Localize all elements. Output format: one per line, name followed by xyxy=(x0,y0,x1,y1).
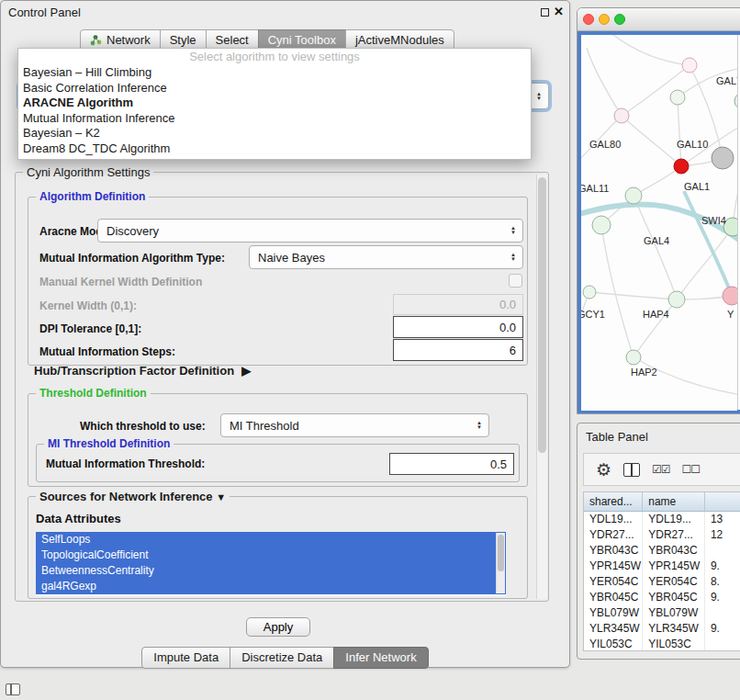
algorithm-option[interactable]: Mutual Information Inference xyxy=(18,111,531,127)
tab-label: Style xyxy=(170,33,196,47)
settings-scrollbar[interactable] xyxy=(536,175,547,599)
field-value: 0.0 xyxy=(499,321,516,334)
panel-title: Control Panel xyxy=(8,6,81,19)
mi-threshold-field[interactable]: 0.5 xyxy=(389,453,514,475)
algorithm-option[interactable]: Bayesian – Hill Climbing xyxy=(18,65,531,81)
tab-label: Discretize Data xyxy=(241,650,322,664)
column-header[interactable]: shared... xyxy=(584,492,643,511)
algorithm-option[interactable]: Basic Correlation Inference xyxy=(18,81,531,96)
panel-toggle-icon[interactable] xyxy=(6,683,20,695)
table-cell: YBR043C xyxy=(584,543,643,559)
table-cell: YBR043C xyxy=(643,543,705,559)
table-cell: 8. xyxy=(705,574,740,590)
data-attributes-list[interactable]: SelfLoopsTopologicalCoefficientBetweenne… xyxy=(36,532,506,596)
gear-icon[interactable]: ⚙ xyxy=(596,461,611,479)
mi-steps-field[interactable]: 6 xyxy=(393,339,523,361)
network-node[interactable] xyxy=(723,287,737,305)
data-attribute-item[interactable]: gal4RGexp xyxy=(36,579,506,594)
which-threshold-label: Which threshold to use: xyxy=(80,420,206,433)
algorithm-option[interactable]: Bayesian – K2 xyxy=(18,126,531,141)
network-edge xyxy=(589,292,677,299)
data-attribute-item[interactable]: BetweennessCentrality xyxy=(36,563,506,579)
table-cell: 12 xyxy=(705,527,740,543)
aracne-mode-select[interactable]: Discovery ▲▼ xyxy=(97,219,523,243)
table-row[interactable]: YDL19...YDL19...13 xyxy=(584,512,740,527)
bottom-tabbar: Impute Data Discretize Data Infer Networ… xyxy=(1,647,569,669)
network-node[interactable] xyxy=(674,159,689,174)
network-edge xyxy=(587,48,622,116)
attribute-table: shared...name YDL19...YDL19...13YDR27...… xyxy=(583,491,740,651)
network-node[interactable] xyxy=(668,291,685,308)
combo-value: Naive Bayes xyxy=(258,251,325,265)
network-edge xyxy=(633,196,677,299)
table-row[interactable]: YER054CYER054C8. xyxy=(584,574,740,590)
hub-definition-toggle[interactable]: Hub/Transcription Factor Definition ▶ xyxy=(34,364,251,378)
which-threshold-select[interactable]: MI Threshold ▲▼ xyxy=(220,413,489,437)
mi-type-select[interactable]: Naive Bayes ▲▼ xyxy=(249,245,523,269)
tab-discretize-data[interactable]: Discretize Data xyxy=(230,647,334,669)
network-node[interactable] xyxy=(670,90,685,105)
zoom-traffic-light[interactable] xyxy=(614,14,625,25)
algorithm-dropdown: Select algorithm to view settings Bayesi… xyxy=(17,48,532,160)
mi-type-label: Mutual Information Algorithm Type: xyxy=(39,252,225,265)
select-all-checkboxes-icon[interactable]: ☑☑ xyxy=(652,464,670,475)
data-attribute-item[interactable]: TopologicalCoefficient xyxy=(36,548,506,563)
kernel-width-field: 0.0 xyxy=(393,294,523,315)
table-cell: YBL079W xyxy=(584,605,643,621)
minimize-traffic-light[interactable] xyxy=(599,14,610,25)
control-panel-window: Control Panel ✕ Network Style Select Cyn… xyxy=(0,0,570,668)
table-row[interactable]: YPR145WYPR145W9. xyxy=(584,559,740,574)
apply-button[interactable]: Apply xyxy=(246,617,310,637)
node-label: GAL1 xyxy=(684,181,710,192)
table-row[interactable]: YBR043CYBR043C xyxy=(584,543,740,559)
algorithm-option[interactable]: Dream8 DC_TDC Algorithm xyxy=(18,141,531,157)
table-cell: 9. xyxy=(705,559,740,574)
float-window-icon[interactable] xyxy=(541,8,549,17)
table-toolbar: ⚙ ☑☑ ☐☐ xyxy=(583,453,740,486)
close-icon[interactable]: ✕ xyxy=(554,5,564,18)
network-view-window: GAL7GAL80GAL10GAL11GAL1SWI4GAL4GCY1HAP4Y… xyxy=(577,7,740,414)
network-node[interactable] xyxy=(614,108,629,123)
table-panel-title: Table Panel xyxy=(586,430,648,444)
node-label: HAP2 xyxy=(631,367,657,378)
sources-toggle[interactable]: Sources for Network Inference ▼ xyxy=(36,490,230,503)
table-row[interactable]: YIL053CYIL053C xyxy=(584,637,740,651)
column-header[interactable]: name xyxy=(643,492,705,511)
column-header[interactable] xyxy=(705,492,740,511)
table-row[interactable]: YDR27...YDR27...12 xyxy=(584,527,740,543)
algorithm-option[interactable]: ARACNE Algorithm xyxy=(18,96,531,111)
close-traffic-light[interactable] xyxy=(583,14,594,25)
table-row[interactable]: YBR045CYBR045C9. xyxy=(584,590,740,605)
tab-label: Select xyxy=(216,33,249,47)
tab-label: Network xyxy=(107,33,151,47)
algorithm-definition-group: Algorithm Definition Aracne Mode: Discov… xyxy=(28,197,528,366)
field-value: 0.0 xyxy=(499,298,516,311)
node-label: GAL10 xyxy=(677,139,708,150)
window-titlebar[interactable] xyxy=(577,8,740,31)
columns-icon[interactable] xyxy=(623,463,640,477)
dpi-tolerance-label: DPI Tolerance [0,1]: xyxy=(39,322,141,335)
network-node[interactable] xyxy=(682,58,697,73)
dropdown-prompt: Select algorithm to view settings xyxy=(18,49,531,65)
deselect-all-checkboxes-icon[interactable]: ☐☐ xyxy=(682,464,701,475)
network-node[interactable] xyxy=(583,286,596,299)
tab-impute-data[interactable]: Impute Data xyxy=(141,647,230,669)
table-cell: 13 xyxy=(705,512,740,527)
network-edge xyxy=(609,35,690,65)
tab-infer-network[interactable]: Infer Network xyxy=(333,647,428,669)
data-attribute-item[interactable]: SelfLoops xyxy=(36,532,506,548)
network-canvas[interactable]: GAL7GAL80GAL10GAL11GAL1SWI4GAL4GCY1HAP4Y… xyxy=(581,35,737,411)
kernel-width-label: Kernel Width (0,1): xyxy=(39,299,137,312)
table-row[interactable]: YLR345WYLR345W9. xyxy=(584,621,740,637)
network-canvas-svg: GAL7GAL80GAL10GAL11GAL1SWI4GAL4GCY1HAP4Y… xyxy=(581,35,737,411)
network-node[interactable] xyxy=(626,350,641,365)
scrollbar-thumb[interactable] xyxy=(538,177,546,453)
scrollbar-thumb[interactable] xyxy=(498,535,504,571)
network-node[interactable] xyxy=(625,187,642,204)
list-scrollbar[interactable] xyxy=(496,533,505,593)
node-label: GCY1 xyxy=(581,309,605,320)
dpi-tolerance-field[interactable]: 0.0 xyxy=(393,316,523,338)
network-node[interactable] xyxy=(592,216,611,234)
table-row[interactable]: YBL079WYBL079W xyxy=(584,605,740,621)
network-node[interactable] xyxy=(712,147,734,169)
